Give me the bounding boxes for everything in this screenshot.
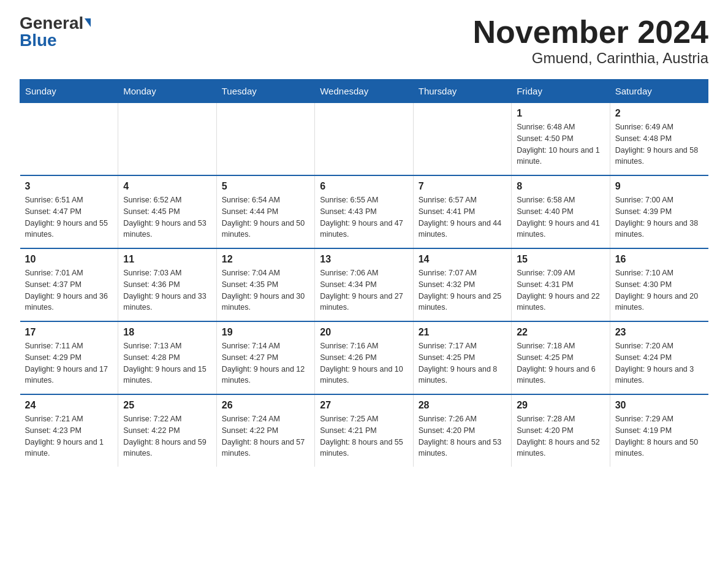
day-info: Sunrise: 7:17 AM Sunset: 4:25 PM Dayligh…	[419, 340, 506, 386]
logo-triangle-icon	[85, 18, 91, 27]
day-number: 22	[517, 327, 604, 338]
day-number: 8	[517, 181, 604, 192]
day-number: 17	[25, 327, 113, 338]
day-info: Sunrise: 7:29 AM Sunset: 4:19 PM Dayligh…	[615, 413, 703, 459]
header-row: SundayMondayTuesdayWednesdayThursdayFrid…	[20, 80, 708, 103]
calendar-cell: 14Sunrise: 7:07 AM Sunset: 4:32 PM Dayli…	[413, 248, 511, 321]
calendar-cell: 28Sunrise: 7:26 AM Sunset: 4:20 PM Dayli…	[413, 394, 511, 467]
day-number: 14	[419, 254, 506, 265]
day-number: 21	[419, 327, 506, 338]
day-info: Sunrise: 7:14 AM Sunset: 4:27 PM Dayligh…	[222, 340, 309, 386]
day-info: Sunrise: 7:20 AM Sunset: 4:24 PM Dayligh…	[615, 340, 703, 386]
calendar-cell	[216, 103, 314, 176]
calendar-cell: 24Sunrise: 7:21 AM Sunset: 4:23 PM Dayli…	[20, 394, 118, 467]
calendar-cell: 11Sunrise: 7:03 AM Sunset: 4:36 PM Dayli…	[118, 248, 216, 321]
calendar-cell: 7Sunrise: 6:57 AM Sunset: 4:41 PM Daylig…	[413, 175, 511, 248]
calendar-cell	[118, 103, 216, 176]
day-info: Sunrise: 7:09 AM Sunset: 4:31 PM Dayligh…	[517, 267, 604, 313]
calendar-cell: 20Sunrise: 7:16 AM Sunset: 4:26 PM Dayli…	[315, 321, 413, 394]
day-info: Sunrise: 7:18 AM Sunset: 4:25 PM Dayligh…	[517, 340, 604, 386]
logo-blue-text: Blue	[20, 32, 57, 49]
day-number: 6	[320, 181, 408, 192]
day-number: 24	[25, 400, 113, 411]
calendar-cell: 27Sunrise: 7:25 AM Sunset: 4:21 PM Dayli…	[315, 394, 413, 467]
day-info: Sunrise: 7:00 AM Sunset: 4:39 PM Dayligh…	[615, 194, 703, 240]
day-info: Sunrise: 7:13 AM Sunset: 4:28 PM Dayligh…	[123, 340, 211, 386]
day-info: Sunrise: 7:06 AM Sunset: 4:34 PM Dayligh…	[320, 267, 408, 313]
day-info: Sunrise: 6:52 AM Sunset: 4:45 PM Dayligh…	[123, 194, 211, 240]
week-row-5: 24Sunrise: 7:21 AM Sunset: 4:23 PM Dayli…	[20, 394, 708, 467]
calendar-cell: 13Sunrise: 7:06 AM Sunset: 4:34 PM Dayli…	[315, 248, 413, 321]
day-info: Sunrise: 7:16 AM Sunset: 4:26 PM Dayligh…	[320, 340, 408, 386]
day-info: Sunrise: 6:57 AM Sunset: 4:41 PM Dayligh…	[419, 194, 506, 240]
calendar-cell	[20, 103, 118, 176]
calendar-cell	[413, 103, 511, 176]
day-number: 10	[25, 254, 113, 265]
calendar-body: 1Sunrise: 6:48 AM Sunset: 4:50 PM Daylig…	[20, 103, 708, 467]
calendar-cell: 16Sunrise: 7:10 AM Sunset: 4:30 PM Dayli…	[610, 248, 708, 321]
day-info: Sunrise: 6:55 AM Sunset: 4:43 PM Dayligh…	[320, 194, 408, 240]
calendar-cell: 2Sunrise: 6:49 AM Sunset: 4:48 PM Daylig…	[610, 103, 708, 176]
calendar-cell: 29Sunrise: 7:28 AM Sunset: 4:20 PM Dayli…	[512, 394, 610, 467]
calendar-cell: 10Sunrise: 7:01 AM Sunset: 4:37 PM Dayli…	[20, 248, 118, 321]
day-info: Sunrise: 7:25 AM Sunset: 4:21 PM Dayligh…	[320, 413, 408, 459]
day-info: Sunrise: 7:04 AM Sunset: 4:35 PM Dayligh…	[222, 267, 309, 313]
week-row-1: 1Sunrise: 6:48 AM Sunset: 4:50 PM Daylig…	[20, 103, 708, 176]
calendar-cell: 8Sunrise: 6:58 AM Sunset: 4:40 PM Daylig…	[512, 175, 610, 248]
day-number: 23	[615, 327, 703, 338]
day-info: Sunrise: 6:58 AM Sunset: 4:40 PM Dayligh…	[517, 194, 604, 240]
day-number: 20	[320, 327, 408, 338]
logo-general-text: General	[20, 15, 83, 32]
day-info: Sunrise: 7:21 AM Sunset: 4:23 PM Dayligh…	[25, 413, 113, 459]
calendar-cell: 1Sunrise: 6:48 AM Sunset: 4:50 PM Daylig…	[512, 103, 610, 176]
calendar-cell: 3Sunrise: 6:51 AM Sunset: 4:47 PM Daylig…	[20, 175, 118, 248]
day-number: 11	[123, 254, 211, 265]
calendar-cell: 25Sunrise: 7:22 AM Sunset: 4:22 PM Dayli…	[118, 394, 216, 467]
calendar-cell: 26Sunrise: 7:24 AM Sunset: 4:22 PM Dayli…	[216, 394, 314, 467]
day-info: Sunrise: 6:51 AM Sunset: 4:47 PM Dayligh…	[25, 194, 113, 240]
calendar-cell: 18Sunrise: 7:13 AM Sunset: 4:28 PM Dayli…	[118, 321, 216, 394]
calendar-subtitle: Gmuend, Carinthia, Austria	[473, 50, 708, 67]
day-number: 25	[123, 400, 211, 411]
page-header: General Blue November 2024 Gmuend, Carin…	[20, 15, 708, 67]
day-number: 19	[222, 327, 309, 338]
day-number: 27	[320, 400, 408, 411]
day-number: 1	[517, 108, 604, 119]
day-info: Sunrise: 7:07 AM Sunset: 4:32 PM Dayligh…	[419, 267, 506, 313]
day-number: 9	[615, 181, 703, 192]
calendar-cell: 21Sunrise: 7:17 AM Sunset: 4:25 PM Dayli…	[413, 321, 511, 394]
day-info: Sunrise: 7:01 AM Sunset: 4:37 PM Dayligh…	[25, 267, 113, 313]
day-number: 28	[419, 400, 506, 411]
calendar-cell: 22Sunrise: 7:18 AM Sunset: 4:25 PM Dayli…	[512, 321, 610, 394]
calendar-cell: 6Sunrise: 6:55 AM Sunset: 4:43 PM Daylig…	[315, 175, 413, 248]
day-info: Sunrise: 7:10 AM Sunset: 4:30 PM Dayligh…	[615, 267, 703, 313]
day-number: 26	[222, 400, 309, 411]
weekday-header-monday: Monday	[118, 80, 216, 103]
day-number: 16	[615, 254, 703, 265]
day-number: 12	[222, 254, 309, 265]
day-number: 18	[123, 327, 211, 338]
day-info: Sunrise: 7:28 AM Sunset: 4:20 PM Dayligh…	[517, 413, 604, 459]
weekday-header-sunday: Sunday	[20, 80, 118, 103]
calendar-cell: 30Sunrise: 7:29 AM Sunset: 4:19 PM Dayli…	[610, 394, 708, 467]
day-info: Sunrise: 7:11 AM Sunset: 4:29 PM Dayligh…	[25, 340, 113, 386]
day-number: 7	[419, 181, 506, 192]
week-row-4: 17Sunrise: 7:11 AM Sunset: 4:29 PM Dayli…	[20, 321, 708, 394]
day-number: 30	[615, 400, 703, 411]
logo: General Blue	[20, 15, 91, 49]
day-info: Sunrise: 6:49 AM Sunset: 4:48 PM Dayligh…	[615, 121, 703, 167]
calendar-title: November 2024	[473, 15, 708, 50]
calendar-cell: 4Sunrise: 6:52 AM Sunset: 4:45 PM Daylig…	[118, 175, 216, 248]
calendar-cell: 19Sunrise: 7:14 AM Sunset: 4:27 PM Dayli…	[216, 321, 314, 394]
weekday-header-wednesday: Wednesday	[315, 80, 413, 103]
day-number: 2	[615, 108, 703, 119]
calendar-cell: 9Sunrise: 7:00 AM Sunset: 4:39 PM Daylig…	[610, 175, 708, 248]
title-block: November 2024 Gmuend, Carinthia, Austria	[473, 15, 708, 67]
day-number: 29	[517, 400, 604, 411]
day-number: 5	[222, 181, 309, 192]
calendar-cell: 17Sunrise: 7:11 AM Sunset: 4:29 PM Dayli…	[20, 321, 118, 394]
day-number: 3	[25, 181, 113, 192]
calendar-cell: 5Sunrise: 6:54 AM Sunset: 4:44 PM Daylig…	[216, 175, 314, 248]
calendar-cell: 23Sunrise: 7:20 AM Sunset: 4:24 PM Dayli…	[610, 321, 708, 394]
day-number: 4	[123, 181, 211, 192]
